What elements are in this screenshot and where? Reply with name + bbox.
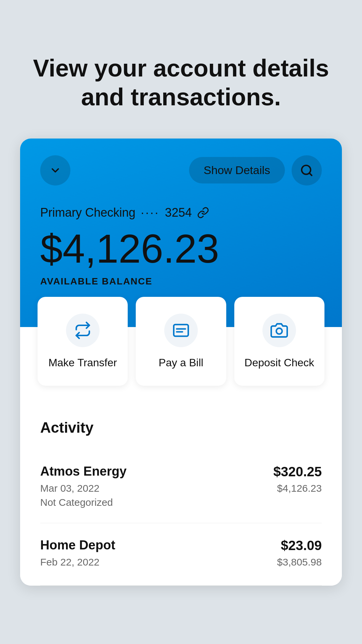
link-chain-icon xyxy=(197,207,209,219)
svg-point-5 xyxy=(277,328,282,334)
account-dots: ···· xyxy=(141,206,160,220)
transaction-category-1: Not Categorized xyxy=(40,497,127,508)
make-transfer-icon-circle xyxy=(66,314,100,347)
account-type-label: Primary Checking xyxy=(40,206,135,220)
transaction-date-1: Mar 03, 2022 xyxy=(40,483,127,494)
transaction-date-2: Feb 22, 2022 xyxy=(40,556,115,568)
make-transfer-card[interactable]: Make Transfer xyxy=(38,297,128,386)
make-transfer-label: Make Transfer xyxy=(48,357,117,369)
transaction-amount-1: $320.25 xyxy=(273,464,322,479)
dropdown-button[interactable] xyxy=(40,155,70,185)
search-button[interactable] xyxy=(292,155,322,185)
transaction-name-1: Atmos Energy xyxy=(40,464,127,479)
table-row[interactable]: Home Depot Feb 22, 2022 $23.09 $3,805.98 xyxy=(40,523,322,586)
pay-bill-card[interactable]: Pay a Bill xyxy=(136,297,226,386)
bill-icon xyxy=(172,322,190,339)
transaction-right-1: $320.25 $4,126.23 xyxy=(273,464,322,494)
transaction-right-2: $23.09 $3,805.98 xyxy=(277,538,322,568)
chevron-down-icon xyxy=(49,164,61,176)
account-card: Show Details Primary Checking ···· 3254 xyxy=(20,139,342,586)
activity-header: Activity xyxy=(40,419,322,436)
account-name-row: Primary Checking ···· 3254 xyxy=(40,206,322,220)
balance-amount: $4,126.23 xyxy=(40,226,322,271)
card-top-bar: Show Details xyxy=(40,155,322,185)
transaction-left-2: Home Depot Feb 22, 2022 xyxy=(40,538,115,571)
pay-bill-label: Pay a Bill xyxy=(159,357,203,369)
account-number: 3254 xyxy=(165,206,192,220)
balance-label: AVAILABLE BALANCE xyxy=(40,276,322,287)
actions-row: Make Transfer Pay a Bill Deposit Check xyxy=(34,297,328,386)
page-title: View your account details and transactio… xyxy=(27,54,335,112)
search-icon xyxy=(300,164,313,177)
pay-bill-icon-circle xyxy=(164,314,198,347)
transaction-balance-2: $3,805.98 xyxy=(277,556,322,568)
camera-icon xyxy=(270,322,288,339)
transaction-name-2: Home Depot xyxy=(40,538,115,552)
header-section: View your account details and transactio… xyxy=(0,0,362,139)
transaction-amount-2: $23.09 xyxy=(277,538,322,553)
table-row[interactable]: Atmos Energy Mar 03, 2022 Not Categorize… xyxy=(40,449,322,523)
deposit-check-card[interactable]: Deposit Check xyxy=(234,297,324,386)
deposit-check-icon-circle xyxy=(262,314,296,347)
svg-rect-2 xyxy=(174,324,188,336)
show-details-button[interactable]: Show Details xyxy=(189,157,285,183)
transaction-left-1: Atmos Energy Mar 03, 2022 Not Categorize… xyxy=(40,464,127,508)
transfer-icon xyxy=(74,322,92,339)
link-icon xyxy=(197,207,209,219)
transaction-balance-1: $4,126.23 xyxy=(273,483,322,494)
deposit-check-label: Deposit Check xyxy=(244,357,314,369)
top-right-actions: Show Details xyxy=(189,155,322,185)
svg-line-1 xyxy=(309,173,312,175)
activity-section: Activity Atmos Energy Mar 03, 2022 Not C… xyxy=(20,399,342,586)
